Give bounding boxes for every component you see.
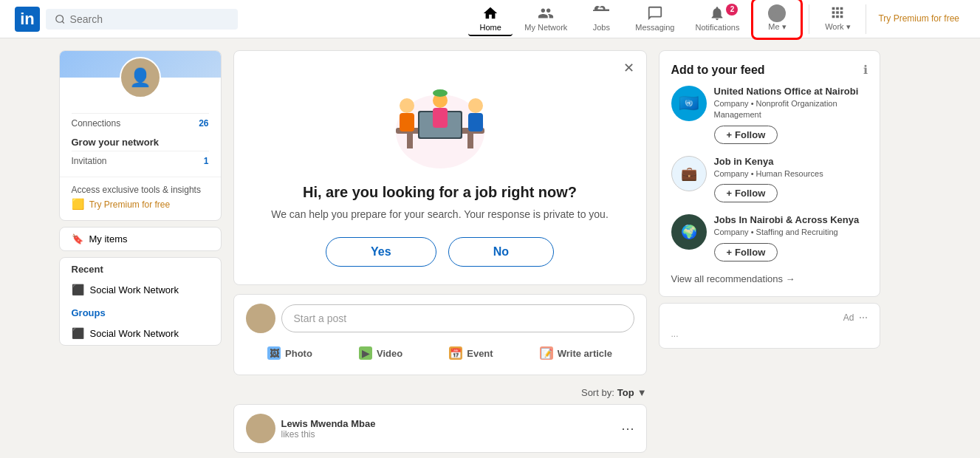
invitation-label: Invitation bbox=[72, 156, 107, 166]
my-items[interactable]: 🔖 My items bbox=[60, 228, 221, 250]
sort-label: Sort by: bbox=[581, 387, 614, 398]
start-post-placeholder: Start a post bbox=[294, 312, 347, 324]
invitation-value: 1 bbox=[204, 156, 209, 166]
modal-illustration bbox=[258, 69, 623, 172]
ad-more-icon[interactable]: ⋯ bbox=[859, 312, 868, 323]
svg-point-0 bbox=[56, 15, 64, 22]
rec-item-un: 🇺🇳 United Nations Office at Nairobi Comp… bbox=[671, 86, 868, 144]
main-layout: 👤 Connections 26 Grow your network Invit… bbox=[47, 50, 933, 453]
modal-buttons: Yes No bbox=[258, 237, 623, 267]
navbar: in Home My Network Jobs Messaging 2 bbox=[0, 0, 980, 38]
rec-name-job-kenya: Job in Kenya bbox=[714, 156, 868, 167]
search-input[interactable] bbox=[70, 13, 229, 25]
widget-info-icon[interactable]: ℹ bbox=[863, 63, 868, 77]
rec-desc-job-kenya: Company • Human Resources bbox=[714, 168, 868, 180]
nav-jobs-label: Jobs bbox=[593, 23, 610, 32]
me-avatar bbox=[768, 4, 786, 22]
feed-widget: Add to your feed ℹ 🇺🇳 United Nations Off… bbox=[659, 50, 880, 297]
sidebar-right: Add to your feed ℹ 🇺🇳 United Nations Off… bbox=[659, 50, 880, 453]
no-button[interactable]: No bbox=[448, 237, 554, 267]
modal-subtitle: We can help you prepare for your search.… bbox=[258, 207, 623, 222]
follow-button-job-kenya[interactable]: + Follow bbox=[714, 184, 778, 202]
follow-plus-icon-jn: + bbox=[727, 247, 733, 258]
article-icon: 📝 bbox=[540, 346, 553, 360]
feed-action: likes this bbox=[281, 429, 376, 440]
svg-rect-12 bbox=[433, 108, 448, 128]
nav-network-label: My Network bbox=[524, 23, 567, 32]
grow-network[interactable]: Grow your network bbox=[72, 133, 209, 151]
svg-point-13 bbox=[433, 89, 448, 97]
photo-label: Photo bbox=[285, 348, 312, 359]
rec-info-un: United Nations Office at Nairobi Company… bbox=[714, 86, 868, 144]
nav-divider-2 bbox=[866, 4, 866, 34]
profile-card: 👤 Connections 26 Grow your network Invit… bbox=[59, 50, 222, 221]
follow-label-un: Follow bbox=[735, 129, 765, 140]
nav-notifications[interactable]: 2 Notifications bbox=[687, 2, 749, 36]
recent-label: Recent bbox=[60, 258, 221, 278]
sort-value[interactable]: Top bbox=[617, 387, 634, 398]
event-action[interactable]: 📅 Event bbox=[440, 341, 501, 366]
post-user-avatar bbox=[246, 304, 275, 333]
rec-info-job-kenya: Job in Kenya Company • Human Resources +… bbox=[714, 156, 868, 202]
sidebar-premium: Access exclusive tools & insights 🟨 Try … bbox=[60, 177, 221, 220]
feed-user-name: Lewis Mwenda Mbae bbox=[281, 418, 376, 429]
yes-button[interactable]: Yes bbox=[326, 237, 436, 267]
nav-divider bbox=[809, 4, 809, 34]
nav-work[interactable]: Work ▾ bbox=[815, 1, 860, 36]
video-action[interactable]: ▶ Video bbox=[350, 341, 411, 366]
nav-me[interactable]: Me ▾ bbox=[755, 1, 799, 36]
recent-item-social-work[interactable]: ⬛ Social Work Network bbox=[60, 278, 221, 301]
linkedin-logo[interactable]: in bbox=[15, 7, 40, 32]
article-action[interactable]: 📝 Write article bbox=[531, 341, 621, 366]
sort-bar: Sort by: Top ▼ bbox=[233, 384, 647, 404]
event-icon: 📅 bbox=[449, 346, 462, 360]
nav-notifications-label: Notifications bbox=[696, 23, 740, 32]
job-search-modal: ✕ bbox=[233, 50, 647, 285]
feed-more-button[interactable]: ⋯ bbox=[621, 420, 634, 437]
follow-button-un[interactable]: + Follow bbox=[714, 126, 778, 144]
premium-text: Access exclusive tools & insights bbox=[72, 185, 209, 195]
view-all-recommendations[interactable]: View all recommendations → bbox=[671, 273, 868, 284]
ad-widget: Ad ⋯ ... bbox=[659, 303, 880, 349]
recent-card: Recent ⬛ Social Work Network Groups ⬛ So… bbox=[59, 257, 222, 346]
logo-text: in bbox=[20, 11, 35, 27]
search-bar[interactable] bbox=[46, 9, 238, 30]
sidebar-left: 👤 Connections 26 Grow your network Invit… bbox=[59, 50, 222, 453]
start-post-input[interactable]: Start a post bbox=[281, 304, 634, 332]
follow-plus-icon-jk: + bbox=[727, 188, 733, 199]
nav-messaging-label: Messaging bbox=[635, 23, 674, 32]
nav-home[interactable]: Home bbox=[468, 2, 513, 36]
nav-me-label: Me ▾ bbox=[768, 22, 786, 32]
svg-rect-10 bbox=[400, 113, 414, 131]
groups-item-social-work[interactable]: ⬛ Social Work Network bbox=[60, 321, 221, 345]
nav-messaging[interactable]: Messaging bbox=[626, 2, 683, 36]
invitation-row[interactable]: Invitation 1 bbox=[72, 151, 209, 171]
svg-line-1 bbox=[62, 21, 64, 23]
nav-network[interactable]: My Network bbox=[515, 2, 576, 36]
grid-icon bbox=[829, 4, 846, 21]
nav-jobs[interactable]: Jobs bbox=[579, 2, 623, 36]
premium-link[interactable]: 🟨 Try Premium for free bbox=[72, 195, 209, 213]
follow-button-jobs-nairobi[interactable]: + Follow bbox=[714, 243, 778, 262]
event-label: Event bbox=[467, 348, 493, 359]
modal-title: Hi, are you looking for a job right now? bbox=[258, 184, 623, 201]
photo-action[interactable]: 🖼 Photo bbox=[258, 341, 321, 366]
article-label: Write article bbox=[558, 348, 612, 359]
ad-label: Ad bbox=[843, 312, 854, 323]
rec-avatar-job-kenya: 💼 bbox=[671, 156, 707, 191]
profile-avatar: 👤 bbox=[120, 57, 161, 98]
premium-link-text: Try Premium for free bbox=[89, 199, 171, 210]
groups-item-label: Social Work Network bbox=[90, 328, 179, 339]
svg-rect-5 bbox=[407, 134, 413, 148]
try-premium-nav[interactable]: Try Premium for free bbox=[872, 10, 965, 28]
rec-avatar-un: 🇺🇳 bbox=[671, 86, 707, 121]
my-items-card: 🔖 My items bbox=[59, 227, 222, 251]
notifications-badge: 2 bbox=[726, 4, 738, 16]
follow-label-jk: Follow bbox=[735, 188, 765, 199]
feed-user-avatar bbox=[246, 414, 275, 443]
view-all-label: View all recommendations → bbox=[671, 273, 795, 284]
ad-content: ... bbox=[671, 323, 868, 339]
modal-close-button[interactable]: ✕ bbox=[623, 60, 634, 76]
rec-info-jobs-nairobi: Jobs In Nairobi & Across Kenya Company •… bbox=[714, 214, 868, 261]
connections-row[interactable]: Connections 26 bbox=[72, 113, 209, 133]
